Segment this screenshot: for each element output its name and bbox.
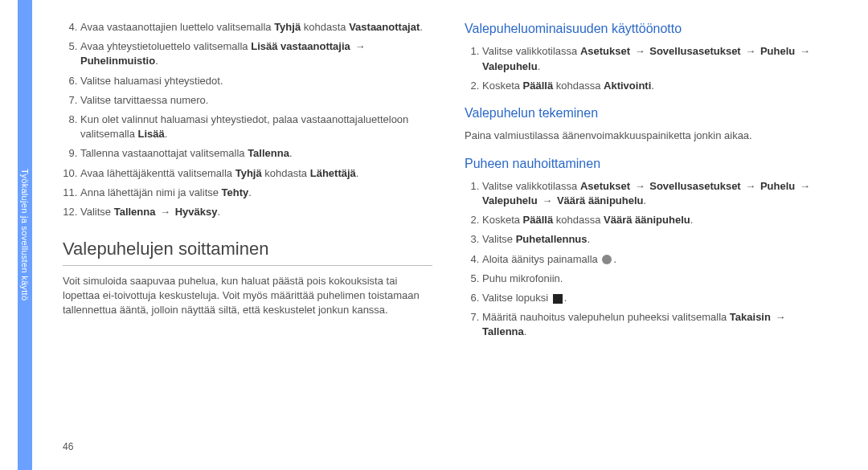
subsection-title-1: Valepuheluominaisuuden käyttöönotto [465, 20, 834, 38]
record-icon [602, 255, 612, 264]
subsection-title-2: Valepuhelun tekeminen [465, 104, 834, 122]
arrow-icon: → [538, 194, 557, 206]
list-item: Avaa lähettäjäkenttä valitsemalla Tyhjä … [80, 166, 432, 181]
right-column: Valepuheluominaisuuden käyttöönotto Vali… [465, 20, 834, 345]
arrow-icon: → [771, 311, 788, 323]
sub3-ordered-list: Valitse valikkotilassa Asetukset → Sovel… [465, 179, 834, 340]
list-item: Valitse lopuksi . [482, 291, 834, 305]
page-content: Avaa vastaanottajien luettelo valitsemal… [63, 20, 834, 345]
list-item: Määritä nauhoitus valepuhelun puheeksi v… [482, 310, 834, 339]
page-number: 46 [63, 441, 73, 452]
list-item: Valitse tarvittaessa numero. [80, 93, 432, 108]
sub1-ordered-list: Valitse valikkotilassa Asetukset → Sovel… [465, 44, 834, 93]
list-item: Tallenna vastaanottajat valitsemalla Tal… [80, 146, 432, 161]
list-item: Anna lähettäjän nimi ja valitse Tehty. [80, 186, 432, 200]
stop-icon [553, 294, 563, 304]
list-item: Aloita äänitys painamalla . [482, 252, 834, 267]
arrow-icon: → [741, 45, 760, 57]
list-item: Avaa yhteystietoluettelo valitsemalla Li… [80, 39, 432, 68]
arrow-icon: → [741, 180, 760, 192]
arrow-icon: → [350, 40, 367, 52]
list-item: Valitse valikkotilassa Asetukset → Sovel… [482, 179, 834, 208]
list-item: Valitse Puhetallennus. [482, 232, 834, 247]
left-ordered-list: Avaa vastaanottajien luettelo valitsemal… [63, 20, 432, 219]
list-item: Puhu mikrofoniin. [482, 272, 834, 286]
section-underline [63, 265, 432, 266]
list-item: Valitse Tallenna → Hyväksy. [80, 205, 432, 219]
arrow-icon: → [630, 45, 649, 57]
side-tab: Työkalujen ja sovellusten käyttö [18, 0, 32, 470]
side-tab-label: Työkalujen ja sovellusten käyttö [20, 169, 30, 300]
arrow-icon: → [630, 180, 649, 192]
list-item: Kun olet valinnut haluamasi yhteystiedot… [80, 112, 432, 141]
list-item: Kosketa Päällä kohdassa Aktivointi. [482, 79, 834, 93]
left-column: Avaa vastaanottajien luettelo valitsemal… [63, 20, 432, 345]
list-item: Valitse haluamasi yhteystiedot. [80, 74, 432, 88]
section-intro: Voit simuloida saapuvaa puhelua, kun hal… [63, 274, 432, 318]
section-title: Valepuhelujen soittaminen [63, 237, 432, 262]
arrow-icon: → [795, 180, 812, 192]
list-item: Kosketa Päällä kohdassa Väärä äänipuhelu… [482, 213, 834, 227]
list-item: Valitse valikkotilassa Asetukset → Sovel… [482, 44, 834, 73]
arrow-icon: → [155, 206, 174, 218]
sub2-text: Paina valmiustilassa äänenvoimakkuuspain… [465, 129, 834, 143]
subsection-title-3: Puheen nauhoittaminen [465, 155, 834, 173]
list-item: Avaa vastaanottajien luettelo valitsemal… [80, 20, 432, 35]
arrow-icon: → [795, 45, 812, 57]
